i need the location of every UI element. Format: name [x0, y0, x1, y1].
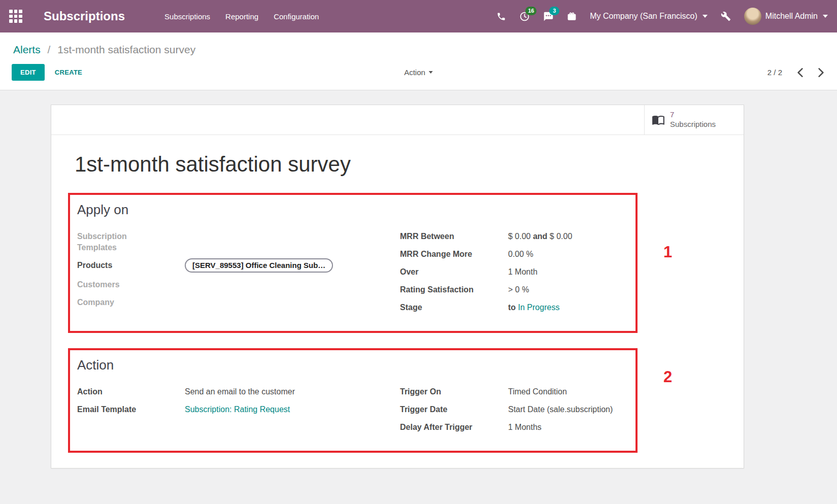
action-dropdown-label: Action [404, 68, 425, 77]
menu-configuration[interactable]: Configuration [274, 12, 319, 21]
trigger-on-value: Timed Condition [508, 386, 567, 397]
field-products: Products [SERV_89553] Office Cleaning Su… [77, 260, 400, 273]
field-subscription-templates: Subscription Templates [77, 231, 400, 253]
email-template-label: Email Template [77, 404, 185, 415]
mrr-between-min: $ 0.00 [508, 232, 530, 241]
mrr-between-max: $ 0.00 [550, 232, 572, 241]
field-action: Action Send an email to the customer [77, 386, 400, 397]
trigger-on-label: Trigger On [400, 386, 508, 397]
chevron-down-icon [702, 15, 708, 18]
action-value: Send an email to the customer [185, 386, 295, 397]
edit-button[interactable]: EDIT [12, 64, 45, 81]
stage-value-link[interactable]: In Progress [518, 303, 560, 312]
apply-on-heading: Apply on [77, 202, 635, 218]
subscriptions-stat-button[interactable]: 7 Subscriptions [644, 105, 744, 135]
field-mrr-between: MRR Between $ 0.00 and $ 0.00 [400, 231, 627, 242]
stat-label: Subscriptions [670, 120, 716, 128]
user-menu[interactable]: Mitchell Admin [744, 8, 828, 25]
field-trigger-on: Trigger On Timed Condition [400, 386, 627, 397]
record-title: 1st-month satisfaction survey [75, 152, 744, 177]
breadcrumb-alerts[interactable]: Alerts [13, 44, 41, 55]
rating-satisfaction-label: Rating Satisfaction [400, 284, 508, 295]
gift-icon[interactable] [567, 12, 577, 21]
breadcrumb-separator: / [48, 44, 51, 55]
product-tag: [SERV_89553] Office Cleaning Sub… [185, 258, 333, 273]
subscription-templates-label: Subscription Templates [77, 231, 153, 253]
control-panel: EDIT CREATE Action 2 / 2 [0, 58, 837, 90]
messages-icon[interactable]: 3 [543, 11, 554, 22]
book-icon [652, 113, 665, 126]
mrr-change-label: MRR Change More [400, 249, 508, 260]
action-heading: Action [77, 357, 635, 373]
stage-label: Stage [400, 302, 508, 313]
apps-menu-icon[interactable] [9, 10, 22, 23]
pager-value[interactable]: 2 / 2 [767, 68, 782, 77]
debug-wrench-icon[interactable] [721, 11, 731, 21]
field-stage: Stage to In Progress [400, 302, 627, 313]
company-label: Company [77, 297, 185, 308]
company-switcher[interactable]: My Company (San Francisco) [590, 12, 708, 21]
main-menu: Subscriptions Reporting Configuration [164, 12, 319, 21]
annotation-number-1: 1 [663, 243, 672, 261]
pager-previous-icon[interactable] [797, 68, 803, 77]
form-sheet: 7 Subscriptions 1st-month satisfaction s… [51, 105, 744, 468]
menu-reporting[interactable]: Reporting [225, 12, 258, 21]
pager: 2 / 2 [767, 68, 824, 77]
annotation-number-2: 2 [663, 368, 672, 386]
trigger-date-value: Start Date (sale.subscription) [508, 404, 613, 415]
field-mrr-change: MRR Change More 0.00 % [400, 249, 627, 260]
avatar [744, 8, 761, 25]
trigger-date-label: Trigger Date [400, 404, 508, 415]
user-name: Mitchell Admin [765, 12, 818, 21]
create-button[interactable]: CREATE [55, 69, 82, 76]
menu-subscriptions[interactable]: Subscriptions [164, 12, 210, 21]
activities-clock-icon[interactable]: 16 [519, 11, 530, 22]
field-company: Company [77, 297, 400, 308]
stat-count: 7 [670, 110, 674, 119]
field-rating-satisfaction: Rating Satisfaction > 0 % [400, 284, 627, 295]
rating-satisfaction-value: > 0 % [508, 284, 529, 295]
products-label: Products [77, 260, 185, 271]
apply-on-section: Apply on Subscription Templates Products… [68, 193, 638, 333]
breadcrumb-current: 1st-month satisfaction survey [57, 44, 195, 55]
chevron-down-icon [823, 15, 828, 18]
breadcrumb: Alerts / 1st-month satisfaction survey [0, 32, 837, 58]
company-name: My Company (San Francisco) [590, 12, 697, 21]
action-section: Action Action Send an email to the custo… [68, 348, 638, 453]
button-box: 7 Subscriptions [51, 105, 744, 135]
action-label: Action [77, 386, 185, 397]
action-dropdown[interactable]: Action [404, 68, 433, 77]
field-delay-after-trigger: Delay After Trigger 1 Months [400, 422, 627, 433]
messages-badge: 3 [549, 7, 559, 15]
content-area: 7 Subscriptions 1st-month satisfaction s… [0, 90, 837, 503]
mrr-change-value: 0.00 % [508, 249, 533, 260]
field-trigger-date: Trigger Date Start Date (sale.subscripti… [400, 404, 627, 415]
field-customers: Customers [77, 279, 400, 290]
mrr-between-and: and [533, 232, 547, 241]
field-email-template: Email Template Subscription: Rating Requ… [77, 404, 400, 415]
over-label: Over [400, 266, 508, 278]
pager-next-icon[interactable] [818, 68, 824, 77]
field-over: Over 1 Month [400, 266, 627, 278]
phone-icon[interactable] [496, 12, 506, 21]
delay-after-trigger-value: 1 Months [508, 422, 542, 433]
top-navbar: Subscriptions Subscriptions Reporting Co… [0, 0, 837, 32]
navbar-systray: 16 3 My Company (San Francisco) Mitchell… [496, 8, 828, 25]
over-value: 1 Month [508, 266, 538, 278]
chevron-down-icon [429, 71, 433, 74]
stage-to: to [508, 303, 516, 312]
app-title[interactable]: Subscriptions [44, 9, 125, 23]
delay-after-trigger-label: Delay After Trigger [400, 422, 508, 433]
mrr-between-label: MRR Between [400, 231, 508, 242]
email-template-link[interactable]: Subscription: Rating Request [185, 405, 290, 414]
activities-badge: 16 [525, 7, 537, 15]
customers-label: Customers [77, 279, 185, 290]
